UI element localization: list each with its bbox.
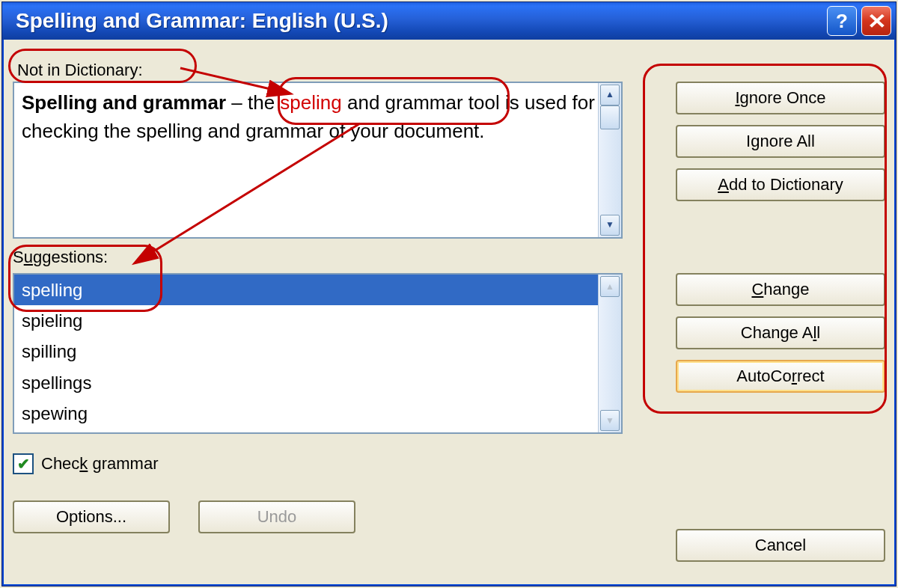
sentence-sep: – the [226, 91, 280, 114]
cancel-label: Cancel [755, 536, 806, 555]
add-to-dictionary-button[interactable]: Add to Dictionary [676, 168, 885, 201]
suggestions-listbox[interactable]: spelling spieling spilling spellings spe… [13, 273, 623, 434]
options-label: Options... [56, 507, 126, 527]
suggestions-label: Suggestions: [13, 248, 108, 267]
undo-label: Undo [257, 507, 297, 527]
autocorrect-button[interactable]: AutoCorrect [676, 360, 885, 393]
list-item[interactable]: spellings [14, 367, 621, 398]
list-item[interactable]: spewing [14, 398, 621, 429]
not-in-dictionary-textbox[interactable]: Spelling and grammar – the speling and g… [13, 82, 623, 239]
titlebar: Spelling and Grammar: English (U.S.) ? ✕ [2, 2, 896, 40]
misspelled-word: speling [280, 91, 341, 114]
change-label: Change [751, 280, 809, 299]
help-icon: ? [836, 10, 848, 33]
scroll-up-icon[interactable]: ▲ [600, 85, 620, 105]
window-title: Spelling and Grammar: English (U.S.) [16, 9, 822, 33]
suggestions-text: Suggestions: [13, 248, 108, 266]
close-icon: ✕ [867, 9, 885, 34]
change-all-label: Change All [741, 323, 820, 343]
ignore-all-label: Ignore All [746, 132, 815, 151]
dialog-body: Not in Dictionary: Spelling and grammar … [8, 46, 890, 581]
not-in-dictionary-label: Not in Dictionary: [17, 61, 143, 80]
list-item[interactable]: spilling [14, 336, 621, 367]
close-button[interactable]: ✕ [861, 6, 891, 36]
scroll-thumb[interactable] [600, 105, 620, 129]
not-in-dictionary-text: Not in Dictionary: [17, 61, 143, 79]
list-item[interactable]: spieling [14, 305, 621, 336]
undo-button: Undo [198, 500, 355, 533]
help-button[interactable]: ? [827, 6, 857, 36]
ignore-all-button[interactable]: Ignore All [676, 125, 885, 158]
scroll-down-icon[interactable]: ▼ [600, 410, 620, 431]
list-item[interactable]: spelling [14, 275, 621, 305]
ignore-once-label: Ignore Once [735, 88, 825, 108]
add-to-dictionary-label: Add to Dictionary [718, 175, 843, 195]
ignore-once-button[interactable]: Ignore Once [676, 82, 885, 114]
options-button[interactable]: Options... [13, 500, 170, 533]
cancel-button[interactable]: Cancel [676, 529, 885, 562]
check-grammar-checkbox[interactable]: ✔ Check grammar [13, 453, 158, 474]
listbox-scrollbar[interactable]: ▲ ▼ [598, 275, 621, 432]
textbox-scrollbar[interactable]: ▲ ▼ [598, 83, 621, 237]
change-button[interactable]: Change [676, 273, 885, 306]
autocorrect-label: AutoCorrect [736, 367, 824, 386]
dialog-window: Spelling and Grammar: English (U.S.) ? ✕… [1, 1, 897, 587]
sentence-bold: Spelling and grammar [22, 91, 226, 114]
change-all-button[interactable]: Change All [676, 316, 885, 349]
scroll-down-icon[interactable]: ▼ [600, 215, 620, 236]
scroll-up-icon[interactable]: ▲ [600, 276, 620, 297]
check-grammar-label: Check grammar [41, 454, 158, 474]
checkbox-mark: ✔ [13, 453, 34, 474]
